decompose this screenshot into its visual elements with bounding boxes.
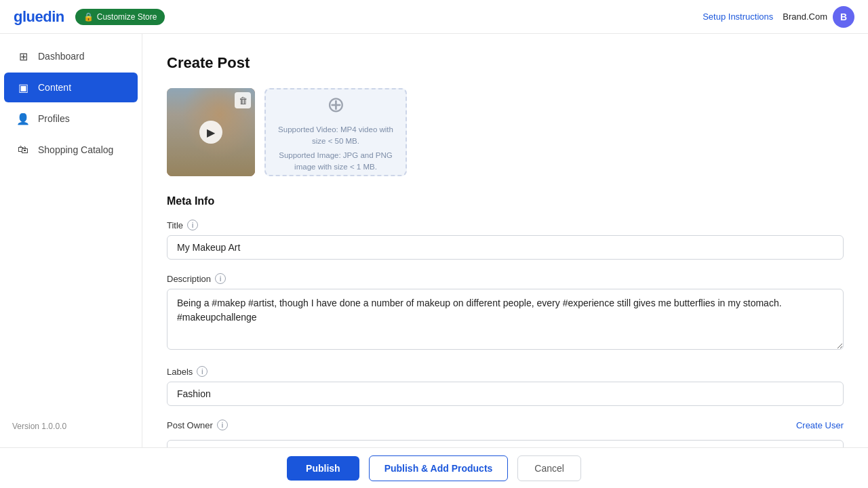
- create-user-link[interactable]: Create User: [796, 420, 844, 430]
- title-info-icon: i: [187, 220, 198, 230]
- sidebar-item-content[interactable]: ▣ Content: [4, 73, 138, 102]
- meta-info-section: Meta Info Title i Description i Being a …: [167, 195, 844, 447]
- dashboard-icon: ⊞: [16, 49, 30, 63]
- sidebar-item-shopping[interactable]: 🛍 Shopping Catalog: [4, 135, 138, 165]
- customize-store-label: Customize Store: [97, 12, 157, 22]
- description-field-group: Description i Being a #makep #artist, th…: [167, 273, 844, 352]
- add-media-button[interactable]: ⊕ Supported Video: MP4 video with size <…: [264, 88, 407, 176]
- topbar: gluedin 🔒 Customize Store Setup Instruct…: [0, 0, 868, 34]
- title-label: Title i: [167, 220, 844, 230]
- publish-add-products-button[interactable]: Publish & Add Products: [369, 455, 509, 481]
- main-content: Create Post ▶ 🗑 ⊕ Supported Video: MP4 v…: [142, 34, 868, 447]
- description-label: Description i: [167, 273, 844, 284]
- cancel-button[interactable]: Cancel: [517, 455, 581, 481]
- sidebar-item-dashboard[interactable]: ⊞ Dashboard: [4, 41, 138, 71]
- description-textarea[interactable]: Being a #makep #artist, though I have do…: [167, 289, 844, 350]
- sidebar-item-label: Content: [38, 82, 71, 93]
- version-label: Version 1.0.0.0: [0, 412, 142, 441]
- shopping-icon: 🛍: [16, 143, 30, 157]
- lock-icon: 🔒: [83, 12, 94, 22]
- media-row: ▶ 🗑 ⊕ Supported Video: MP4 video with si…: [167, 88, 844, 176]
- add-icon: ⊕: [327, 92, 345, 117]
- title-field-group: Title i: [167, 220, 844, 260]
- sidebar-item-label: Shopping Catalog: [38, 144, 113, 155]
- sidebar-item-label: Dashboard: [38, 51, 85, 62]
- layout: ⊞ Dashboard ▣ Content 👤 Profiles 🛍 Shopp…: [0, 34, 868, 447]
- post-owner-field-group: Post Owner i Create User: [167, 420, 844, 447]
- sidebar: ⊞ Dashboard ▣ Content 👤 Profiles 🛍 Shopp…: [0, 34, 142, 447]
- post-owner-label-row: Post Owner i Create User: [167, 420, 844, 430]
- sidebar-item-label: Profiles: [38, 113, 70, 124]
- logo: gluedin: [14, 8, 64, 26]
- labels-input[interactable]: [167, 382, 844, 406]
- labels-label: Labels i: [167, 366, 844, 377]
- labels-info-icon: i: [197, 366, 208, 377]
- user-name: Brand.Com: [783, 12, 827, 22]
- labels-field-group: Labels i: [167, 366, 844, 406]
- profiles-icon: 👤: [16, 112, 30, 125]
- content-icon: ▣: [16, 81, 30, 94]
- sidebar-nav: ⊞ Dashboard ▣ Content 👤 Profiles 🛍 Shopp…: [0, 41, 142, 165]
- publish-button[interactable]: Publish: [287, 456, 359, 481]
- title-input[interactable]: [167, 235, 844, 260]
- topbar-right: Setup Instructions Brand.Com B: [703, 6, 854, 28]
- post-owner-label: Post Owner i: [167, 420, 228, 430]
- sidebar-item-profiles[interactable]: 👤 Profiles: [4, 104, 138, 134]
- add-media-text: Supported Video: MP4 video with size < 5…: [266, 124, 406, 174]
- topbar-left: gluedin 🔒 Customize Store: [14, 8, 165, 26]
- media-thumbnail[interactable]: ▶ 🗑: [167, 88, 255, 176]
- customize-store-button[interactable]: 🔒 Customize Store: [75, 9, 165, 25]
- delete-media-button[interactable]: 🗑: [235, 92, 251, 108]
- avatar: B: [833, 6, 854, 28]
- meta-info-title: Meta Info: [167, 195, 844, 207]
- page-title: Create Post: [167, 54, 844, 72]
- footer-bar: Publish Publish & Add Products Cancel: [0, 447, 868, 488]
- post-owner-input[interactable]: [167, 440, 844, 447]
- user-info: Brand.Com B: [783, 6, 854, 28]
- description-info-icon: i: [215, 273, 226, 284]
- post-owner-info-icon: i: [217, 420, 228, 430]
- setup-instructions-link[interactable]: Setup Instructions: [703, 12, 773, 22]
- logo-text: gluedin: [14, 8, 64, 26]
- play-button[interactable]: ▶: [199, 121, 222, 144]
